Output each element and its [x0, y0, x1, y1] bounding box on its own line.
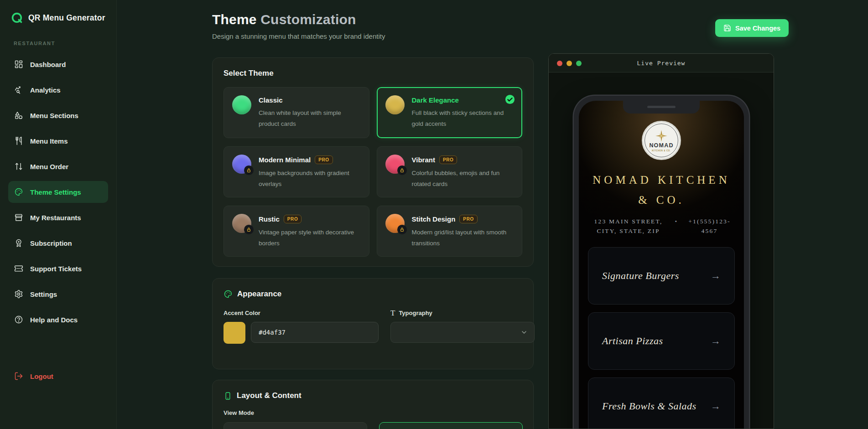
- dashboard-icon: [14, 60, 23, 69]
- category-label: Signature Burgers: [602, 270, 679, 282]
- sidebar-section-label: RESTAURANT: [14, 41, 116, 46]
- accent-color-input[interactable]: [251, 322, 379, 343]
- lock-icon: [397, 165, 407, 175]
- sidebar-item-settings[interactable]: Settings: [8, 283, 108, 305]
- selected-check-icon: [505, 94, 515, 106]
- sidebar-item-label: Theme Settings: [30, 188, 81, 196]
- sidebar-item-label: My Restaurants: [30, 214, 81, 222]
- lock-icon: [244, 165, 254, 175]
- theme-name: Classic: [259, 96, 283, 104]
- analytics-icon: [14, 85, 23, 94]
- theme-description: Full black with sticky sections and gold…: [412, 108, 514, 130]
- category-card-artisan-pizzas[interactable]: Artisan Pizzas →: [588, 312, 735, 370]
- compass-star-icon: [655, 129, 668, 142]
- preview-titlebar: Live Preview: [549, 54, 774, 72]
- storefront-icon: [14, 213, 23, 222]
- theme-name: Modern Minimal: [259, 156, 311, 164]
- restaurant-name: NOMAD KITCHEN & CO.: [589, 170, 733, 210]
- sidebar-item-menu-items[interactable]: Menu Items: [8, 130, 108, 152]
- page-title-primary: Theme: [212, 12, 257, 27]
- info-separator: •: [675, 217, 678, 227]
- typography-field: T Typography: [390, 309, 535, 344]
- theme-name: Dark Elegance: [412, 96, 459, 104]
- arrow-up-down-icon: [14, 162, 23, 171]
- theme-name: Stitch Design: [412, 215, 456, 223]
- pro-badge: PRO: [284, 215, 301, 223]
- sidebar-item-label: Menu Sections: [30, 112, 78, 119]
- theme-card-rustic[interactable]: Rustic PRO Vintage paper style with deco…: [223, 206, 369, 257]
- theme-card-dark-elegance[interactable]: Dark Elegance Full black with sticky sec…: [377, 87, 523, 138]
- category-card-signature-burgers[interactable]: Signature Burgers →: [588, 247, 735, 305]
- theme-card-vibrant[interactable]: Vibrant PRO Colorful bubbles, emojis and…: [377, 146, 523, 197]
- sidebar-item-menu-sections[interactable]: Menu Sections: [8, 104, 108, 126]
- theme-customization-page: QR Menu Generator RESTAURANT Dashboard A…: [0, 0, 868, 429]
- phone-screen: NOMAD KITCHEN & CO. NOMAD KITCHEN & CO. …: [579, 101, 744, 429]
- appearance-panel: Appearance Accent Color T Typography: [212, 278, 534, 369]
- chevron-down-icon: [520, 329, 528, 336]
- theme-name: Rustic: [259, 215, 280, 223]
- theme-grid: Classic Clean white layout with simple p…: [223, 87, 522, 257]
- theme-card-classic[interactable]: Classic Clean white layout with simple p…: [223, 87, 369, 138]
- preview-title: Live Preview: [637, 60, 686, 67]
- sidebar-item-menu-order[interactable]: Menu Order: [8, 155, 108, 177]
- green-dot-icon: [576, 61, 582, 66]
- phone-notch: [623, 101, 700, 114]
- layout-content-heading: Layout & Content: [237, 391, 301, 400]
- view-mode-label: View Mode: [223, 409, 522, 416]
- logout-button[interactable]: Logout: [8, 365, 108, 387]
- grid-view-button[interactable]: Grid View: [379, 422, 523, 429]
- save-changes-button[interactable]: Save Changes: [715, 19, 789, 37]
- sidebar-item-analytics[interactable]: Analytics: [8, 79, 108, 101]
- lock-icon: [244, 225, 254, 234]
- category-card-fresh-bowls-salads[interactable]: Fresh Bowls & Salads →: [588, 377, 735, 429]
- app-title: QR Menu Generator: [28, 13, 105, 23]
- sidebar-item-my-restaurants[interactable]: My Restaurants: [8, 207, 108, 228]
- category-label: Artisan Pizzas: [602, 335, 663, 347]
- page-title: Theme Customization: [212, 12, 385, 27]
- theme-description: Vintage paper style with decorative bord…: [259, 227, 361, 249]
- list-view-button[interactable]: List View: [223, 422, 367, 429]
- pro-badge: PRO: [459, 215, 477, 223]
- theme-description: Colorful bubbles, emojis and fun rotated…: [412, 168, 514, 190]
- sidebar-item-label: Menu Items: [30, 137, 68, 145]
- category-list: Signature Burgers → Artisan Pizzas → Fre…: [588, 247, 735, 429]
- sidebar-item-label: Help and Docs: [30, 316, 78, 324]
- sidebar-item-support-tickets[interactable]: Support Tickets: [8, 258, 108, 279]
- sidebar-item-subscription[interactable]: Subscription: [8, 232, 108, 254]
- lock-icon: [397, 225, 407, 234]
- appearance-heading: Appearance: [237, 289, 281, 299]
- sidebar-nav: Dashboard Analytics Menu Sections Menu I…: [0, 53, 116, 331]
- accent-color-swatch[interactable]: [223, 322, 245, 344]
- phone-mockup: NOMAD KITCHEN & CO. NOMAD KITCHEN & CO. …: [574, 96, 749, 429]
- restaurant-info: 123 MAIN STREET, CITY, STATE, ZIP • +1(5…: [579, 217, 744, 236]
- save-icon: [723, 24, 731, 32]
- logo-name: NOMAD: [649, 142, 673, 149]
- category-label: Fresh Bowls & Salads: [602, 400, 696, 412]
- sidebar-item-help-docs[interactable]: Help and Docs: [8, 309, 108, 331]
- typography-select[interactable]: [390, 322, 535, 343]
- theme-card-modern-minimal[interactable]: Modern Minimal PRO Image backgrounds wit…: [223, 146, 369, 197]
- sidebar-item-theme-settings[interactable]: Theme Settings: [8, 181, 108, 203]
- sidebar-item-dashboard[interactable]: Dashboard: [8, 53, 108, 75]
- logout-icon: [14, 372, 23, 381]
- yellow-dot-icon: [567, 61, 572, 66]
- app-logo: QR Menu Generator: [0, 0, 116, 24]
- sidebar-item-label: Menu Order: [30, 163, 68, 171]
- pro-badge: PRO: [315, 155, 333, 164]
- typography-icon: T: [390, 309, 395, 317]
- theme-description: Clean white layout with simple product c…: [259, 108, 361, 130]
- qr-logo-icon: [11, 12, 23, 24]
- select-theme-panel: Select Theme Classic Clean white layout …: [212, 57, 534, 267]
- accent-color-field: Accent Color: [223, 309, 379, 344]
- help-circle-icon: [14, 315, 23, 324]
- palette-icon: [223, 289, 233, 299]
- theme-card-stitch-design[interactable]: Stitch Design PRO Modern grid/list layou…: [377, 206, 523, 257]
- arrow-right-icon: →: [711, 270, 721, 282]
- shapes-icon: [14, 111, 23, 120]
- typography-label: Typography: [399, 310, 432, 316]
- phone-speaker: [647, 106, 676, 108]
- arrow-right-icon: →: [711, 335, 721, 347]
- dark-elegance-swatch: [385, 95, 405, 114]
- sidebar: QR Menu Generator RESTAURANT Dashboard A…: [0, 0, 117, 429]
- theme-description: Image backgrounds with gradient overlays: [259, 168, 361, 190]
